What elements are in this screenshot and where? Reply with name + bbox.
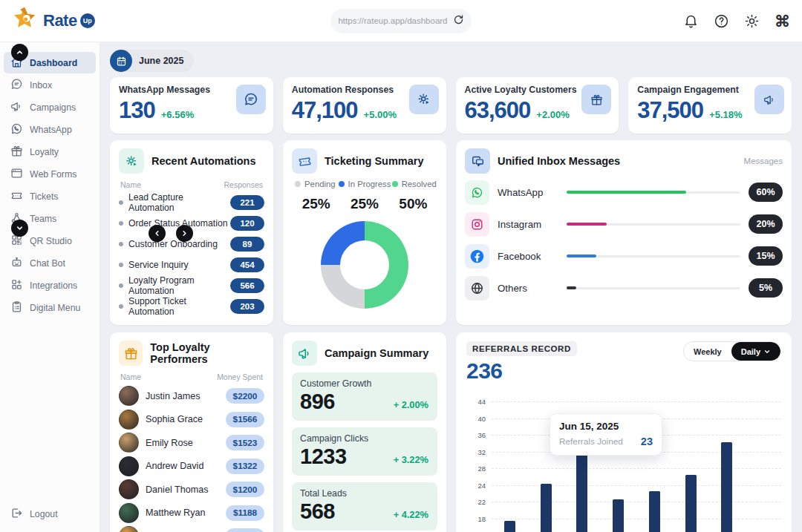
referrals-title: REFERRALS RECORD (466, 341, 577, 356)
scroll-down-button[interactable] (11, 220, 28, 237)
bar-jun-18[interactable] (673, 401, 709, 532)
sidebar-item-label: Campaigns (30, 102, 76, 113)
customer-name: Andrew David (146, 461, 203, 471)
inbox-row-instagram: Instagram 20% (465, 211, 783, 237)
bullet-dot (119, 221, 123, 226)
inbox-chat-icon (10, 78, 23, 93)
sidebar-item-whatsapp[interactable]: WhatsApp (4, 119, 96, 140)
ticketing-summary-panel: Ticketing Summary PendingIn ProgressReso… (283, 140, 446, 325)
megaphone-icon (292, 341, 317, 366)
loyalty-row-andrew-david: Andrew David $1322 (119, 455, 264, 479)
loyalty-row-matthew-ryan: Matthew Ryan $1188 (119, 502, 264, 525)
bar-jun-19[interactable] (709, 401, 746, 532)
money-spent-badge: $1066 (226, 528, 264, 532)
scroll-left-button[interactable] (149, 225, 166, 242)
legend-pending: Pending (292, 180, 339, 188)
unified-inbox-panel: Unified Inbox Messages Messages WhatsApp… (456, 140, 792, 325)
gift-icon (581, 85, 611, 114)
bar-jun-13[interactable] (492, 401, 528, 532)
stat-delta: +5.18% (709, 109, 742, 120)
metric-delta: + 4.22% (394, 509, 428, 520)
col-money-spent: Money Spent (217, 372, 263, 381)
notification-bell-icon[interactable] (683, 13, 699, 29)
period-toggle: Weekly Daily (683, 341, 781, 361)
sidebar-item-chat-bot[interactable]: Chat Bot (4, 252, 96, 274)
legend-pct-resolved: 50% (389, 196, 437, 212)
stat-value: 63,600 (465, 97, 531, 124)
legend-dot (339, 181, 345, 187)
globe-icon (465, 276, 489, 301)
reload-icon[interactable] (453, 14, 464, 28)
y-axis-tick: 36 (466, 431, 486, 439)
referrals-record-panel: REFERRALS RECORD 236 Weekly Daily (456, 332, 792, 532)
customer-name: Daniel Thomas (146, 485, 208, 495)
shortcuts-icon[interactable]: ⌘ (775, 13, 790, 29)
y-axis-tick: 32 (466, 447, 486, 456)
sidebar-item-web-forms[interactable]: Web Forms (4, 163, 96, 185)
megaphone-icon (10, 100, 23, 115)
avatar (119, 456, 139, 476)
sidebar-item-label: Integrations (30, 280, 77, 291)
brand-logo[interactable]: Rate Up (10, 5, 95, 36)
y-axis-tick: 40 (466, 414, 486, 422)
date-picker-chip[interactable]: June 2025 (110, 50, 194, 72)
automation-name: Support Ticket Automation (119, 296, 230, 317)
legend-resolved: Resolved (391, 180, 437, 188)
stat-value: 130 (119, 97, 155, 124)
legend-dot (295, 181, 301, 187)
campaign-card-customer-growth: Customer Growth 896 + 2.00% (292, 372, 437, 421)
megaphone-icon (754, 85, 784, 114)
settings-gear-icon[interactable] (744, 13, 760, 29)
toggle-weekly-button[interactable]: Weekly (684, 342, 731, 361)
logout-button[interactable]: Logout (10, 507, 58, 522)
bullet-dot (119, 283, 123, 288)
stat-delta: +2.00% (536, 109, 569, 120)
automation-row: Loyalty Program Automation 566 (119, 275, 264, 296)
panel-title: Campaign Summary (325, 347, 428, 359)
facebook-icon (465, 244, 489, 269)
y-axis-tick: 28 (466, 464, 486, 473)
scroll-right-button[interactable] (176, 225, 193, 242)
logout-label: Logout (30, 509, 58, 519)
rateup-dashboard: Rate Up https://rateup.app/dashboard ⌘ D… (0, 0, 802, 532)
whatsapp-icon (10, 122, 23, 137)
sidebar-item-inbox[interactable]: Inbox (4, 74, 96, 96)
toggle-daily-button[interactable]: Daily (731, 342, 780, 361)
avatar (119, 410, 139, 430)
sidebar-item-label: Inbox (30, 80, 52, 91)
loyalty-row-justin-james: Justin James $2200 (119, 384, 264, 408)
gift-icon (119, 341, 143, 366)
legend-pct-in-progress: 25% (340, 196, 388, 212)
donut-legend-values: 25%25%50% (292, 194, 437, 212)
panel-title: Ticketing Summary (325, 155, 424, 167)
money-spent-badge: $1566 (226, 412, 264, 427)
metric-delta: + 2.00% (394, 399, 428, 410)
sidebar-item-label: Loyalty (30, 147, 59, 157)
chart-tooltip: Jun 15, 2025 Referrals Joined 23 (550, 413, 662, 456)
sidebar-item-digital-menu[interactable]: Digital Menu (4, 297, 96, 318)
address-bar[interactable]: https://rateup.app/dashboard (330, 9, 472, 33)
bar-jun-20[interactable] (745, 401, 781, 532)
toggle-daily-label: Daily (741, 347, 760, 356)
campaign-card-total-leads: Total Leads 568 + 4.22% (292, 482, 437, 531)
sidebar-item-tickets[interactable]: Tickets (4, 185, 96, 207)
automation-name: Loyalty Program Automation (119, 275, 230, 296)
sidebar-item-loyalty[interactable]: Loyalty (4, 141, 96, 162)
scroll-up-button[interactable] (11, 44, 28, 61)
channel-label: Facebook (498, 251, 558, 262)
channel-pct-badge: 20% (749, 214, 783, 234)
referrals-bar-chart: Jun 15, 2025 Referrals Joined 23 1014182… (466, 401, 781, 532)
tooltip-value: 23 (641, 436, 653, 447)
sidebar-item-label: QR Studio (30, 236, 72, 246)
avatar (119, 433, 139, 453)
sidebar-item-campaigns[interactable]: Campaigns (4, 96, 96, 118)
star-logo-icon (10, 5, 39, 36)
responses-badge: 454 (230, 257, 264, 272)
sidebar-item-label: Teams (30, 214, 56, 224)
channel-bar (567, 255, 740, 257)
sidebar-item-integrations[interactable]: Integrations (4, 275, 96, 296)
ticketing-donut-chart[interactable] (321, 221, 408, 309)
sidebar-item-label: Digital Menu (30, 303, 80, 313)
help-icon[interactable] (714, 13, 729, 29)
automation-name: Order Status Automation (119, 218, 227, 229)
